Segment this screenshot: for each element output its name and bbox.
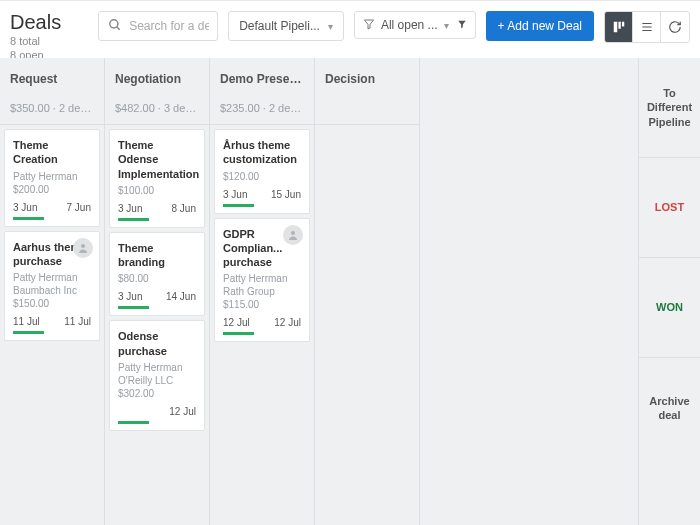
view-switcher <box>604 11 690 43</box>
deal-amount: $120.00 <box>223 170 301 183</box>
deal-title: Odense purchase <box>118 329 196 358</box>
deal-dates: 3 Jun15 Jun <box>223 189 301 200</box>
kanban-column: Negotiation$482.00 · 3 dealsTheme Odense… <box>105 58 210 525</box>
column-title: Demo Presentati... <box>220 72 304 86</box>
column-summary: $235.00 · 2 deals <box>220 102 304 114</box>
search-wrap <box>98 11 218 41</box>
deal-dates: 11 Jul11 Jul <box>13 316 91 327</box>
progress-bar <box>118 306 149 309</box>
title-block: Deals 8 total 8 open <box>10 11 61 63</box>
total-count: 8 total <box>10 34 61 48</box>
deal-amount: $100.00 <box>118 184 196 197</box>
deal-org: Baumbach Inc <box>13 284 91 297</box>
avatar-icon <box>283 225 303 245</box>
svg-marker-2 <box>364 20 373 29</box>
refresh-icon[interactable] <box>661 12 689 42</box>
column-cards: Theme Odense Implementation$100.003 Jun8… <box>105 125 209 435</box>
progress-bar <box>118 218 149 221</box>
kanban-view-icon[interactable] <box>605 12 633 42</box>
column-cards: Theme CreationPatty Herrman$200.003 Jun7… <box>0 125 104 345</box>
deal-dates: 3 Jun8 Jun <box>118 203 196 214</box>
column-summary: $482.00 · 3 deals <box>115 102 199 114</box>
deal-card[interactable]: Århus theme customization$120.003 Jun15 … <box>214 129 310 214</box>
svg-point-10 <box>81 244 85 248</box>
deal-amount: $150.00 <box>13 297 91 310</box>
progress-bar <box>13 331 44 334</box>
pipeline-select-label: Default Pipeli... <box>239 19 320 33</box>
pipeline-select[interactable]: Default Pipeli... ▾ <box>228 11 344 41</box>
avatar-icon <box>73 238 93 258</box>
deal-card[interactable]: Theme Odense Implementation$100.003 Jun8… <box>109 129 205 228</box>
column-header: Decision <box>315 58 419 125</box>
deal-card[interactable]: GDPR Complian... purchasePatty HerrmanRa… <box>214 218 310 343</box>
column-header: Request$350.00 · 2 deals <box>0 58 104 125</box>
chevron-down-icon: ▾ <box>328 21 333 32</box>
kanban-column: Request$350.00 · 2 dealsTheme CreationPa… <box>0 58 105 525</box>
column-title: Decision <box>325 72 409 86</box>
deal-person: Patty Herrman <box>223 272 301 285</box>
funnel-icon <box>457 19 467 31</box>
column-header: Demo Presentati...$235.00 · 2 deals <box>210 58 314 125</box>
deal-amount: $200.00 <box>13 183 91 196</box>
lost-button[interactable]: LOST <box>639 158 700 258</box>
progress-bar <box>13 217 44 220</box>
deal-org: O'Reilly LLC <box>118 374 196 387</box>
column-cards <box>315 125 419 133</box>
search-icon <box>108 18 122 35</box>
deal-dates: 12 Jul12 Jul <box>223 317 301 328</box>
deal-card[interactable]: Theme CreationPatty Herrman$200.003 Jun7… <box>4 129 100 227</box>
svg-point-11 <box>291 231 295 235</box>
column-title: Negotiation <box>115 72 199 86</box>
kanban-column: Decision <box>315 58 420 525</box>
column-title: Request <box>10 72 94 86</box>
deal-title: Theme Creation <box>13 138 91 167</box>
svg-rect-5 <box>618 22 620 29</box>
kanban-column: Demo Presentati...$235.00 · 2 dealsÅrhus… <box>210 58 315 525</box>
progress-bar <box>223 204 254 207</box>
progress-bar <box>118 421 149 424</box>
deal-card[interactable]: Odense purchasePatty HerrmanO'Reilly LLC… <box>109 320 205 431</box>
svg-rect-4 <box>613 22 617 33</box>
chevron-down-icon: ▾ <box>444 20 449 31</box>
filter-select-label: All open ... <box>381 18 438 32</box>
deal-person: Patty Herrman <box>13 170 91 183</box>
deal-card[interactable]: Aarhus theme purchasePatty HerrmanBaumba… <box>4 231 100 342</box>
side-actions: To Different Pipeline LOST WON Archive d… <box>638 58 700 525</box>
funnel-icon <box>363 18 375 32</box>
deal-amount: $115.00 <box>223 298 301 311</box>
deal-person: Patty Herrman <box>13 271 91 284</box>
filter-select[interactable]: All open ... ▾ <box>354 11 476 39</box>
list-view-icon[interactable] <box>633 12 661 42</box>
svg-rect-6 <box>621 22 623 27</box>
deal-card[interactable]: Theme branding$80.003 Jun14 Jun <box>109 232 205 317</box>
column-summary: $350.00 · 2 deals <box>10 102 94 114</box>
svg-line-1 <box>117 26 120 29</box>
svg-marker-3 <box>458 21 466 29</box>
column-header: Negotiation$482.00 · 3 deals <box>105 58 209 125</box>
deal-org: Rath Group <box>223 285 301 298</box>
deal-title: Århus theme customization <box>223 138 301 167</box>
kanban-board: Request$350.00 · 2 dealsTheme CreationPa… <box>0 58 700 525</box>
deal-dates: 3 Jun7 Jun <box>13 202 91 213</box>
deal-dates: 3 Jun14 Jun <box>118 291 196 302</box>
won-button[interactable]: WON <box>639 258 700 358</box>
progress-bar <box>223 332 254 335</box>
add-deal-button[interactable]: + Add new Deal <box>486 11 594 41</box>
deal-dates: 12 Jul <box>118 406 196 417</box>
column-cards: Århus theme customization$120.003 Jun15 … <box>210 125 314 346</box>
page-title: Deals <box>10 11 61 34</box>
move-pipeline-button[interactable]: To Different Pipeline <box>639 58 700 158</box>
archive-button[interactable]: Archive deal <box>639 358 700 458</box>
deal-amount: $302.00 <box>118 387 196 400</box>
deal-person: Patty Herrman <box>118 361 196 374</box>
deal-title: Theme branding <box>118 241 196 270</box>
deal-amount: $80.00 <box>118 272 196 285</box>
deal-title: Theme Odense Implementation <box>118 138 196 181</box>
svg-point-0 <box>110 19 118 27</box>
